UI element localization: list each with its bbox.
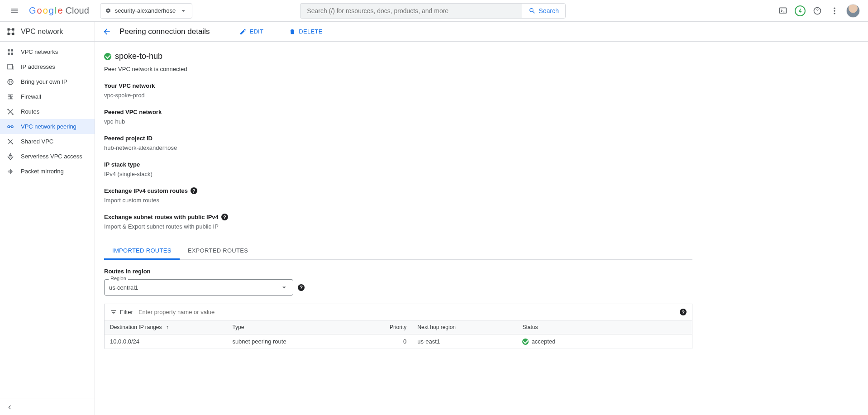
sidebar-item-byoip[interactable]: Bring your own IP [0, 74, 95, 89]
routes-icon [6, 108, 14, 116]
back-button[interactable] [102, 27, 111, 36]
search-button[interactable]: Search [522, 3, 565, 19]
th-priority[interactable]: Priority [358, 320, 412, 334]
globe-icon [6, 78, 14, 86]
field-exchange-public-subnet: Exchange subnet routes with public IPv4?… [104, 214, 692, 230]
search-button-label: Search [539, 7, 558, 14]
content-header: Peering connection details EDIT DELETE [95, 22, 868, 42]
sidebar-item-label: Serverless VPC access [21, 153, 82, 160]
delete-button[interactable]: DELETE [289, 28, 322, 35]
cell-destination: 10.0.0.0/24 [105, 334, 227, 349]
shared-icon [6, 138, 14, 146]
svg-point-6 [834, 13, 835, 14]
th-status[interactable]: Status [517, 320, 692, 334]
tab-imported-routes[interactable]: IMPORTED ROUTES [104, 243, 180, 260]
svg-text:?: ? [816, 8, 819, 13]
notifications-badge[interactable]: 4 [795, 5, 806, 16]
peering-icon [6, 123, 14, 131]
region-floating-label: Region [109, 276, 128, 281]
cell-status: accepted [517, 334, 692, 349]
ip-icon [6, 63, 14, 71]
region-value: us-central1 [109, 284, 138, 291]
edit-button[interactable]: EDIT [239, 28, 263, 35]
sidebar-item-shared-vpc[interactable]: Shared VPC [0, 134, 95, 149]
status-ok-icon [104, 53, 111, 60]
sidebar-collapse[interactable] [0, 399, 95, 415]
sidebar-item-label: Shared VPC [21, 138, 53, 145]
sidebar-list: VPC networks IP addresses Bring your own… [0, 42, 95, 179]
svg-rect-13 [8, 52, 10, 55]
help-icon[interactable]: ? [221, 214, 228, 220]
vpc-network-icon [6, 27, 15, 36]
tab-exported-routes[interactable]: EXPORTED ROUTES [180, 243, 257, 259]
sidebar-title: VPC network [21, 28, 63, 36]
project-name: security-alexanderhose [115, 7, 176, 14]
search-input[interactable] [306, 7, 516, 15]
table-row[interactable]: 10.0.0.0/24 subnet peering route 0 us-ea… [105, 334, 692, 349]
th-type[interactable]: Type [227, 320, 358, 334]
sidebar-header[interactable]: VPC network [0, 22, 95, 42]
grid-icon [6, 48, 14, 56]
th-next-hop[interactable]: Next hop region [412, 320, 517, 334]
caret-down-icon [280, 283, 288, 291]
sidebar-item-ip-addresses[interactable]: IP addresses [0, 59, 95, 74]
svg-rect-9 [8, 33, 10, 35]
field-ip-stack: IP stack type IPv4 (single-stack) [104, 161, 692, 177]
project-picker[interactable]: security-alexanderhose [100, 3, 192, 19]
chevron-left-icon [6, 404, 14, 411]
cloud-shell-icon[interactable] [777, 5, 788, 16]
header-right: 4 ? [777, 4, 864, 18]
cell-next-hop: us-east1 [412, 334, 517, 349]
cell-type: subnet peering route [227, 334, 358, 349]
region-select[interactable]: Region us-central1 [104, 279, 293, 296]
help-icon[interactable]: ? [298, 284, 305, 291]
sidebar-item-firewall[interactable]: Firewall [0, 89, 95, 104]
svg-rect-21 [8, 139, 9, 140]
filter-button[interactable]: Filter [110, 309, 133, 316]
field-your-vpc: Your VPC network vpc-spoke-prod [104, 82, 692, 99]
sidebar-item-label: Packet mirroring [21, 168, 64, 175]
svg-rect-14 [11, 52, 14, 55]
sidebar-item-vpc-peering[interactable]: VPC network peering [0, 119, 95, 134]
svg-rect-7 [8, 28, 10, 30]
sidebar: VPC network VPC networks IP addresses Br… [0, 22, 95, 415]
pencil-icon [239, 28, 247, 35]
svg-rect-22 [12, 143, 13, 144]
hamburger-menu-icon[interactable] [4, 0, 25, 22]
sidebar-item-label: IP addresses [21, 63, 55, 70]
sidebar-item-label: Bring your own IP [21, 78, 67, 85]
sort-asc-icon: ↑ [166, 324, 169, 330]
google-cloud-logo[interactable]: Google Cloud [29, 5, 89, 16]
help-icon[interactable]: ? [191, 187, 197, 194]
search-wrap: Search [300, 3, 565, 19]
content-body: spoke-to-hub Peer VPC network is connect… [95, 42, 701, 367]
filter-input[interactable] [138, 308, 675, 316]
more-vert-icon[interactable] [829, 5, 840, 16]
sidebar-item-packet-mirroring[interactable]: Packet mirroring [0, 164, 95, 179]
caret-down-icon [179, 7, 187, 15]
peering-status-text: Peer VPC network is connected [104, 66, 692, 72]
status-ok-icon [522, 339, 529, 345]
help-icon[interactable]: ? [812, 5, 823, 16]
svg-rect-12 [11, 49, 14, 52]
sidebar-item-label: VPC networks [21, 48, 58, 55]
account-avatar[interactable] [846, 4, 860, 18]
sidebar-item-label: Firewall [21, 93, 41, 100]
arrow-back-icon [102, 27, 111, 36]
svg-rect-11 [8, 49, 10, 52]
sidebar-item-routes[interactable]: Routes [0, 104, 95, 119]
sidebar-item-serverless-vpc[interactable]: Serverless VPC access [0, 149, 95, 164]
svg-rect-8 [12, 28, 14, 30]
sidebar-item-vpc-networks[interactable]: VPC networks [0, 44, 95, 59]
peering-title-row: spoke-to-hub [104, 52, 692, 61]
help-icon[interactable]: ? [680, 309, 687, 315]
search-icon [529, 7, 536, 14]
sidebar-item-label: Routes [21, 108, 39, 115]
peering-name: spoke-to-hub [115, 52, 162, 61]
svg-point-5 [834, 10, 835, 11]
th-destination[interactable]: Destination IP ranges ↑ [105, 320, 227, 334]
trash-icon [289, 28, 296, 35]
svg-point-18 [12, 113, 14, 114]
page-title: Peering connection details [119, 27, 210, 36]
search-box[interactable] [300, 3, 522, 19]
